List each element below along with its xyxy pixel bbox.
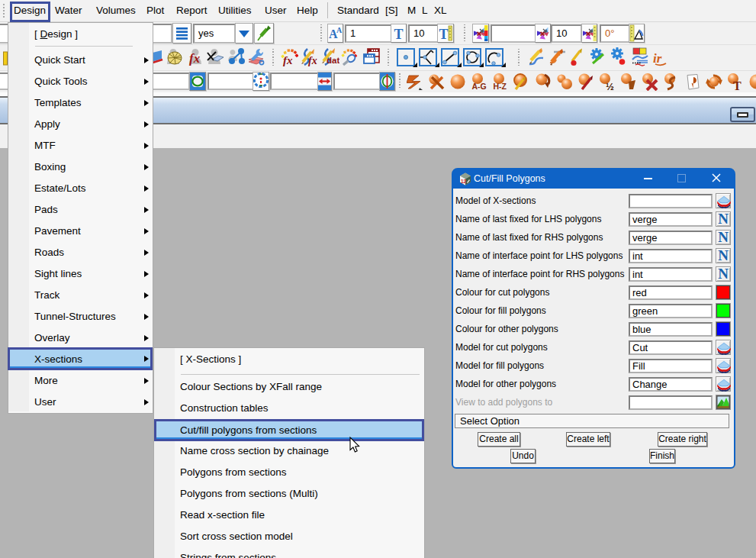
svg-text:T: T	[439, 27, 449, 42]
svg-text:fx: fx	[189, 51, 201, 66]
svg-text:½: ½	[606, 81, 614, 92]
svg-text:fx: fx	[283, 54, 293, 66]
svg-text:fx: fx	[308, 55, 317, 66]
svg-text:ir: ir	[653, 51, 662, 66]
svg-text:H-Z: H-Z	[494, 82, 507, 91]
svg-text:T: T	[733, 79, 742, 92]
svg-text:A-G: A-G	[472, 82, 487, 91]
svg-text:A: A	[336, 26, 343, 34]
svg-text:T: T	[394, 27, 404, 42]
svg-text:12: 12	[461, 179, 467, 184]
